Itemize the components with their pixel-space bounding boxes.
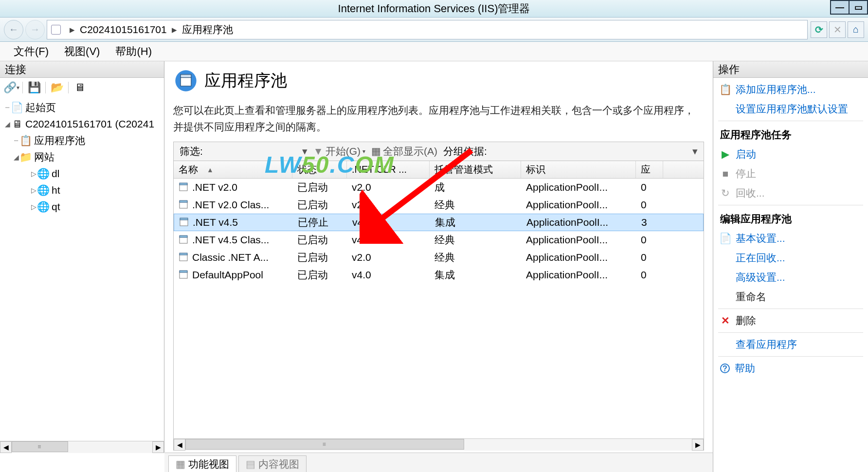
- remove-button[interactable]: 🖥: [72, 80, 87, 95]
- svg-rect-12: [180, 253, 187, 255]
- cell-apps: 0: [636, 268, 663, 282]
- help-icon: ?: [720, 363, 730, 373]
- action-help[interactable]: ? 帮助: [713, 359, 868, 378]
- pool-icon: [179, 217, 190, 228]
- action-label: 停止: [736, 167, 756, 181]
- tree-site-item[interactable]: ▷🌐ht: [0, 182, 164, 199]
- tree-site-item[interactable]: ▷🌐qt: [0, 199, 164, 215]
- actions-panel: 操作 📋 添加应用程序池... 设置应用程序池默认设置 应用程序池任务 ▶ 启动…: [713, 61, 868, 453]
- connect-icon: 🔗: [3, 81, 17, 94]
- maximize-button[interactable]: ▭: [849, 0, 868, 15]
- tab-content-view[interactable]: ▤ 内容视图: [238, 455, 307, 472]
- show-all-label: 全部显示(A): [383, 145, 437, 158]
- cell-state: 已启动: [292, 232, 347, 248]
- tree-label: 起始页: [25, 101, 56, 114]
- table-row[interactable]: .NET v2.0 Clas...已启动v2.0经典ApplicationPoo…: [174, 196, 704, 214]
- column-clr[interactable]: .NET CLR ...: [347, 161, 430, 178]
- forward-arrow-icon: →: [30, 24, 40, 35]
- tree-sites[interactable]: ◢ 📁 网站: [0, 149, 164, 165]
- tree-collapse-icon[interactable]: ◢: [3, 120, 12, 128]
- open-button[interactable]: 📂: [50, 80, 64, 95]
- left-horizontal-scrollbar[interactable]: ◀ ≡ ▶: [0, 441, 164, 453]
- tree-site-item[interactable]: ▷🌐dl: [0, 165, 164, 182]
- home-button[interactable]: ⌂: [848, 21, 864, 38]
- action-view-apps[interactable]: 查看应用程序: [713, 335, 868, 354]
- column-identity[interactable]: 标识: [521, 161, 636, 178]
- cell-name: .NET v2.0 Clas...: [174, 198, 292, 212]
- back-button[interactable]: ←: [4, 20, 23, 39]
- action-basic-settings[interactable]: 📄 基本设置...: [713, 229, 868, 248]
- filter-go-button[interactable]: ▼ 开始(G) ▾: [313, 145, 365, 158]
- menu-file[interactable]: 文件(F): [6, 42, 56, 61]
- table-row[interactable]: .NET v4.5已停止v4.0集成ApplicationPoolI...3: [174, 214, 704, 231]
- breadcrumb[interactable]: ▸ C20241015161701 ▸ 应用程序池: [47, 20, 808, 39]
- view-dropdown-icon[interactable]: ▾: [692, 145, 698, 157]
- scroll-track[interactable]: ≡: [12, 441, 152, 453]
- column-apps[interactable]: 应: [636, 161, 663, 178]
- tab-features-view[interactable]: ▦ 功能视图: [168, 455, 236, 472]
- scroll-track[interactable]: ≡: [185, 439, 692, 451]
- save-icon: 💾: [28, 81, 41, 94]
- breadcrumb-server[interactable]: C20241015161701: [80, 24, 167, 36]
- tree-app-pools[interactable]: ┈ 📋 应用程序池: [0, 132, 164, 149]
- scroll-left-button[interactable]: ◀: [0, 441, 12, 453]
- pool-icon: [179, 235, 189, 245]
- scroll-right-button[interactable]: ▶: [692, 439, 704, 451]
- stop-button[interactable]: ✕: [829, 21, 846, 38]
- connect-dropdown[interactable]: 🔗▾: [4, 80, 18, 95]
- cell-pipeline: 经典: [430, 250, 521, 265]
- group-by-label: 分组依据:: [443, 145, 487, 158]
- separator: [718, 332, 863, 333]
- forward-button[interactable]: →: [25, 20, 45, 39]
- tree-label: dl: [52, 168, 59, 180]
- tree-label: qt: [52, 201, 60, 213]
- table-row[interactable]: .NET v2.0已启动v2.0成ApplicationPoolI...0: [174, 179, 704, 196]
- connections-header: 连接: [0, 61, 164, 78]
- app-pool-grid: 名称 ▲ 状态 .NET CLR ... 托管管道模式 标识 应 .NET v2…: [173, 161, 704, 451]
- grid-horizontal-scrollbar[interactable]: ◀ ≡ ▶: [174, 438, 704, 450]
- action-start[interactable]: ▶ 启动: [713, 145, 868, 164]
- save-button[interactable]: 💾: [27, 80, 41, 95]
- window-buttons: — ▭: [831, 0, 868, 15]
- scroll-left-button[interactable]: ◀: [174, 439, 185, 451]
- scroll-right-button[interactable]: ▶: [152, 441, 164, 453]
- minimize-button[interactable]: —: [830, 0, 850, 15]
- action-recycle[interactable]: ↻ 回收...: [713, 183, 868, 203]
- table-row[interactable]: DefaultAppPool已启动v4.0集成ApplicationPoolI.…: [174, 266, 704, 284]
- table-row[interactable]: .NET v4.5 Clas...已启动v4.0经典ApplicationPoo…: [174, 231, 704, 249]
- menu-view[interactable]: 视图(V): [56, 42, 108, 61]
- action-delete[interactable]: ✕ 删除: [713, 311, 868, 330]
- action-add-pool[interactable]: 📋 添加应用程序池...: [713, 80, 868, 99]
- column-pipeline[interactable]: 托管管道模式: [430, 161, 521, 178]
- edit-heading: 编辑应用程序池: [713, 207, 868, 229]
- refresh-button[interactable]: ⟳: [811, 21, 827, 38]
- show-all-button[interactable]: ▦ 全部显示(A): [371, 145, 437, 158]
- action-label: 删除: [736, 314, 756, 327]
- scroll-thumb[interactable]: ≡: [185, 439, 464, 450]
- table-row[interactable]: Classic .NET A...已启动v2.0经典ApplicationPoo…: [174, 249, 704, 266]
- close-x-icon: ✕: [833, 24, 842, 36]
- filter-bar: 筛选: ▾ ▼ 开始(G) ▾ ▦ 全部显示(A) 分组依据: ▾: [173, 142, 704, 161]
- action-recycling[interactable]: 正在回收...: [713, 248, 868, 268]
- cell-identity: ApplicationPoolI...: [521, 198, 636, 212]
- svg-rect-2: [181, 74, 191, 78]
- filter-input[interactable]: [209, 145, 296, 158]
- scroll-thumb[interactable]: ≡: [12, 441, 68, 452]
- action-set-defaults[interactable]: 设置应用程序池默认设置: [713, 99, 868, 119]
- cell-state: 已启动: [292, 267, 347, 283]
- grid-body[interactable]: .NET v2.0已启动v2.0成ApplicationPoolI...0.NE…: [174, 179, 704, 438]
- column-state[interactable]: 状态: [292, 161, 347, 178]
- title-bar: Internet Information Services (IIS)管理器 —…: [0, 0, 868, 18]
- action-stop[interactable]: ■ 停止: [713, 164, 868, 183]
- action-advanced-settings[interactable]: 高级设置...: [713, 268, 868, 287]
- filter-dropdown-icon[interactable]: ▾: [302, 145, 307, 157]
- content-view-icon: ▤: [246, 458, 255, 470]
- tree-server-node[interactable]: ◢ 🖥 C20241015161701 (C20241: [0, 116, 164, 132]
- action-rename[interactable]: 重命名: [713, 287, 868, 307]
- tree-start-page[interactable]: ┈ 📄 起始页: [0, 99, 164, 116]
- column-name[interactable]: 名称 ▲: [174, 161, 292, 178]
- globe-icon: 🌐: [38, 201, 49, 212]
- menu-help[interactable]: 帮助(H): [108, 42, 160, 61]
- connections-tree[interactable]: ┈ 📄 起始页 ◢ 🖥 C20241015161701 (C20241 ┈ 📋 …: [0, 97, 164, 441]
- breadcrumb-node[interactable]: 应用程序池: [182, 23, 233, 36]
